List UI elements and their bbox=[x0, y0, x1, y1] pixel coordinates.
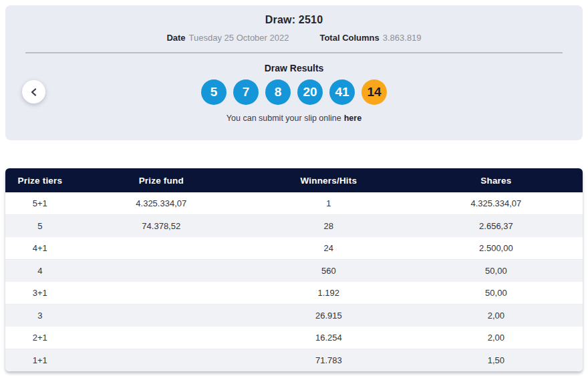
cell-winners: 28 bbox=[248, 215, 410, 238]
cell-winners: 1 bbox=[248, 192, 410, 215]
bonus-number-ball: 14 bbox=[361, 79, 387, 105]
cell-shares: 2,00 bbox=[410, 327, 583, 349]
prize-table: Prize tiers Prize fund Winners/Hits Shar… bbox=[5, 168, 583, 371]
table-row: 1+1 71.783 1,50 bbox=[5, 349, 583, 372]
winning-number-ball: 41 bbox=[329, 79, 355, 105]
header-prize-fund: Prize fund bbox=[75, 168, 248, 192]
table-row: 5 74.378,52 28 2.656,37 bbox=[5, 215, 583, 238]
cell-fund bbox=[75, 305, 248, 327]
cell-winners: 24 bbox=[248, 237, 410, 260]
cell-shares: 2.500,00 bbox=[410, 237, 583, 260]
winning-number-ball: 7 bbox=[233, 79, 259, 105]
panel-divider bbox=[25, 52, 563, 53]
cell-tier: 2+1 bbox=[5, 327, 75, 349]
cell-fund bbox=[75, 237, 248, 260]
cell-tier: 5 bbox=[5, 215, 75, 238]
winning-number-ball: 8 bbox=[265, 79, 291, 105]
cell-winners: 16.254 bbox=[248, 327, 410, 349]
draw-date-label: Date bbox=[166, 33, 185, 43]
cell-tier: 4 bbox=[5, 260, 75, 283]
table-row: 5+1 4.325.334,07 1 4.325.334,07 bbox=[5, 192, 583, 215]
header-prize-tiers: Prize tiers bbox=[5, 168, 75, 192]
cell-tier: 4+1 bbox=[5, 237, 75, 260]
draw-info-panel: Draw: 2510 DateTuesday 25 October 2022 T… bbox=[5, 5, 583, 140]
draw-date: DateTuesday 25 October 2022 bbox=[166, 33, 289, 43]
table-row: 3+1 1.192 50,00 bbox=[5, 282, 583, 305]
cell-shares: 50,00 bbox=[410, 282, 583, 305]
header-shares: Shares bbox=[410, 168, 583, 192]
header-winners-hits: Winners/Hits bbox=[248, 168, 410, 192]
draw-title-label: Draw: bbox=[265, 14, 295, 25]
cell-winners: 1.192 bbox=[248, 282, 410, 305]
cell-winners: 560 bbox=[248, 260, 410, 283]
total-columns-value: 3.863.819 bbox=[383, 33, 422, 43]
draw-meta-row: DateTuesday 25 October 2022 Total Column… bbox=[5, 33, 583, 43]
table-row: 2+1 16.254 2,00 bbox=[5, 327, 583, 349]
cell-shares: 1,50 bbox=[410, 349, 583, 372]
chevron-left-icon bbox=[31, 88, 37, 96]
draw-title: Draw: 2510 bbox=[5, 14, 583, 26]
cell-fund bbox=[75, 327, 248, 349]
cell-tier: 5+1 bbox=[5, 192, 75, 215]
draw-results-title: Draw Results bbox=[5, 63, 583, 73]
cell-winners: 26.915 bbox=[248, 305, 410, 327]
total-columns-label: Total Columns bbox=[319, 33, 379, 43]
winning-number-ball: 20 bbox=[297, 79, 323, 105]
submit-slip-text: You can submit your slip online bbox=[227, 114, 341, 123]
cell-winners: 71.783 bbox=[248, 349, 410, 372]
cell-tier: 3+1 bbox=[5, 282, 75, 305]
cell-fund bbox=[75, 349, 248, 372]
cell-fund: 4.325.334,07 bbox=[75, 192, 248, 215]
submit-slip-line: You can submit your slip onlinehere bbox=[5, 114, 583, 123]
cell-fund bbox=[75, 282, 248, 305]
winning-numbers-row: 5 7 8 20 41 14 bbox=[5, 79, 583, 105]
table-row: 4 560 50,00 bbox=[5, 260, 583, 283]
table-row: 4+1 24 2.500,00 bbox=[5, 237, 583, 260]
cell-shares: 4.325.334,07 bbox=[410, 192, 583, 215]
cell-shares: 2.656,37 bbox=[410, 215, 583, 238]
cell-shares: 50,00 bbox=[410, 260, 583, 283]
cell-tier: 3 bbox=[5, 305, 75, 327]
prize-table-card: Prize tiers Prize fund Winners/Hits Shar… bbox=[5, 168, 583, 371]
cell-fund: 74.378,52 bbox=[75, 215, 248, 238]
cell-tier: 1+1 bbox=[5, 349, 75, 372]
submit-slip-link[interactable]: here bbox=[344, 114, 361, 123]
winning-number-ball: 5 bbox=[201, 79, 227, 105]
table-row: 3 26.915 2,00 bbox=[5, 305, 583, 327]
draw-title-number: 2510 bbox=[299, 14, 323, 25]
cell-fund bbox=[75, 260, 248, 283]
draw-date-value: Tuesday 25 October 2022 bbox=[189, 33, 289, 43]
cell-shares: 2,00 bbox=[410, 305, 583, 327]
prize-table-header: Prize tiers Prize fund Winners/Hits Shar… bbox=[5, 168, 583, 192]
total-columns: Total Columns3.863.819 bbox=[319, 33, 421, 43]
previous-draw-button[interactable] bbox=[22, 80, 45, 104]
